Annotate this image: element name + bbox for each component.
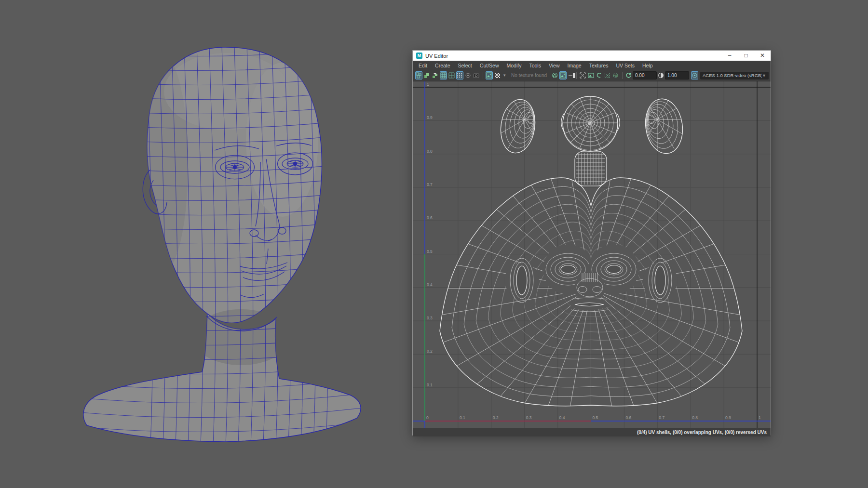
maximize-button[interactable]: □: [738, 51, 754, 61]
image-unfiltered-icon[interactable]: [559, 71, 567, 79]
svg-text:0.1: 0.1: [460, 415, 465, 420]
svg-text:0.9: 0.9: [725, 415, 731, 420]
texture-options-caret-icon[interactable]: ▼: [502, 71, 507, 79]
menu-textures[interactable]: Textures: [585, 62, 612, 69]
gridlines-display-icon[interactable]: [448, 71, 455, 79]
menu-cut-sew[interactable]: Cut/Sew: [476, 62, 503, 69]
statusbar: (0/4) UV shells, (0/0) overlapping UVs, …: [413, 428, 771, 436]
colorspace-value: ACES 1.0 SDR-video (sRGB): [703, 73, 762, 78]
colorspace-dropdown[interactable]: ACES 1.0 SDR-video (sRGB) ▼: [700, 72, 769, 79]
toolbar: ▼ No texture found PSD: [413, 70, 771, 81]
slider-handle[interactable]: [573, 73, 575, 78]
svg-text:0: 0: [426, 415, 429, 420]
svg-text:1: 1: [759, 415, 761, 420]
uv-layout-icon[interactable]: [415, 71, 422, 79]
maya-app-icon: M: [416, 53, 422, 59]
image-display-icon[interactable]: [486, 71, 493, 79]
svg-text:0.7: 0.7: [659, 415, 665, 420]
grid-display-icon[interactable]: [440, 71, 447, 79]
svg-text:PSD: PSD: [613, 75, 618, 77]
pixel-grid-icon[interactable]: [456, 71, 463, 79]
frame-all-icon[interactable]: [579, 71, 586, 79]
svg-text:0.4: 0.4: [427, 282, 433, 287]
minimize-button[interactable]: –: [721, 51, 738, 61]
svg-text:0.5: 0.5: [427, 249, 433, 254]
svg-text:0.1: 0.1: [427, 382, 433, 387]
menu-view[interactable]: View: [545, 62, 564, 69]
stack-shells-icon[interactable]: [423, 71, 431, 79]
uv-canvas[interactable]: 00.10.20.30.40.50.60.70.80.910.10.20.30.…: [413, 81, 771, 428]
uv-grid-and-shells: 00.10.20.30.40.50.60.70.80.910.10.20.30.…: [413, 81, 771, 428]
svg-text:0.2: 0.2: [493, 415, 499, 420]
checker-map-icon[interactable]: [494, 71, 501, 79]
orient-shells-icon[interactable]: [432, 71, 439, 79]
menu-select[interactable]: Select: [454, 62, 476, 69]
svg-text:0.9: 0.9: [427, 115, 433, 120]
svg-text:0.2: 0.2: [427, 349, 433, 354]
exposure-slider[interactable]: [569, 72, 572, 79]
menu-image[interactable]: Image: [564, 62, 585, 69]
desktop: { "window": { "title": "UV Editor", "con…: [0, 0, 868, 488]
isolate-select-icon[interactable]: [604, 71, 611, 79]
psd-network-icon[interactable]: PSD: [612, 71, 619, 79]
menu-create[interactable]: Create: [431, 62, 454, 69]
view-transform-icon[interactable]: [691, 71, 698, 79]
svg-text:0.3: 0.3: [526, 415, 532, 420]
menu-modify[interactable]: Modify: [502, 62, 525, 69]
lasso-select-icon[interactable]: [596, 71, 603, 79]
titlebar[interactable]: M UV Editor – □ ✕: [413, 51, 771, 61]
uv-editor-window: M UV Editor – □ ✕ Edit Create Select Cut…: [412, 50, 771, 435]
refresh-image-icon[interactable]: [625, 71, 632, 79]
menu-help[interactable]: Help: [638, 62, 657, 69]
image-range-icon[interactable]: [587, 71, 595, 79]
slider-track: [569, 75, 572, 76]
chevron-down-icon: ▼: [762, 73, 766, 78]
svg-text:0.8: 0.8: [427, 149, 433, 154]
gamma-field[interactable]: [665, 71, 689, 79]
window-title: UV Editor: [425, 53, 721, 59]
menubar: Edit Create Select Cut/Sew Modify Tools …: [413, 61, 771, 70]
3d-viewport-head-model: [0, 0, 415, 488]
exposure-field[interactable]: [633, 71, 657, 79]
svg-text:0.4: 0.4: [559, 415, 565, 420]
svg-text:0.6: 0.6: [427, 215, 433, 220]
menu-edit[interactable]: Edit: [415, 62, 431, 69]
contrast-icon[interactable]: [657, 71, 665, 79]
svg-text:0.5: 0.5: [593, 415, 598, 420]
svg-text:1: 1: [427, 82, 429, 87]
svg-text:0.3: 0.3: [427, 316, 433, 320]
uv-shell-stats: (0/4) UV shells, (0/0) overlapping UVs, …: [637, 430, 771, 435]
rgb-channels-icon[interactable]: [551, 71, 558, 79]
uv-snapshot-icon[interactable]: [473, 71, 480, 79]
menu-tools[interactable]: Tools: [525, 62, 545, 69]
svg-text:0.8: 0.8: [692, 415, 698, 420]
svg-text:0.6: 0.6: [625, 415, 631, 420]
texture-status-label: No texture found: [511, 73, 547, 78]
pixel-snap-icon[interactable]: [464, 71, 472, 79]
menu-uv-sets[interactable]: UV Sets: [612, 62, 638, 69]
svg-text:0.7: 0.7: [427, 182, 433, 187]
close-button[interactable]: ✕: [754, 51, 771, 61]
